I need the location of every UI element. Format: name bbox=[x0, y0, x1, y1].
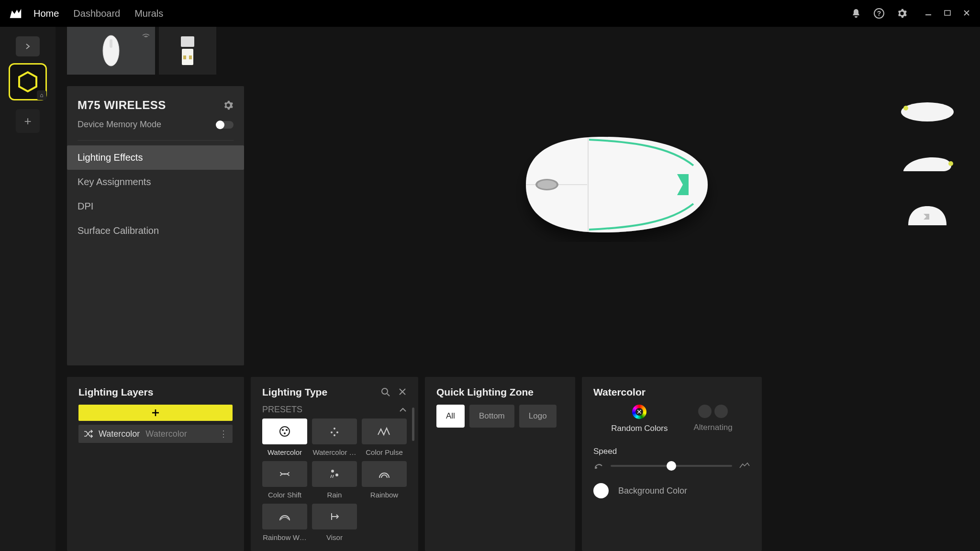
preset-color-shift[interactable] bbox=[262, 461, 307, 487]
svg-point-27 bbox=[335, 474, 338, 476]
svg-rect-11 bbox=[189, 55, 192, 59]
scrollbar[interactable] bbox=[412, 408, 414, 441]
svg-point-14 bbox=[901, 102, 954, 121]
device-viewer bbox=[244, 75, 980, 365]
presets-label: PRESETS bbox=[262, 405, 302, 415]
svg-rect-3 bbox=[945, 11, 950, 15]
sidebar-rail: ⌂ + bbox=[0, 27, 56, 551]
help-icon[interactable]: ? bbox=[874, 8, 884, 19]
preset-rain[interactable] bbox=[312, 461, 357, 487]
svg-point-23 bbox=[331, 431, 333, 433]
svg-marker-4 bbox=[19, 72, 36, 91]
preset-rainbow[interactable] bbox=[362, 461, 407, 487]
device-thumbnails bbox=[56, 27, 980, 75]
layer-effect: Watercolor bbox=[145, 429, 187, 439]
background-color-label: Background Color bbox=[618, 486, 687, 496]
svg-point-19 bbox=[282, 429, 284, 431]
titlebar: Home Dashboard Murals ? bbox=[0, 0, 980, 27]
svg-point-22 bbox=[334, 428, 335, 430]
effect-title: Watercolor bbox=[593, 386, 646, 398]
zone-title: Quick Lighting Zone bbox=[436, 386, 534, 398]
svg-point-21 bbox=[284, 432, 286, 434]
nav-murals[interactable]: Murals bbox=[134, 8, 163, 19]
zone-bottom-button[interactable]: Bottom bbox=[469, 405, 514, 428]
svg-point-16 bbox=[948, 161, 953, 166]
svg-point-24 bbox=[336, 431, 338, 433]
svg-point-28 bbox=[595, 467, 597, 469]
layers-title: Lighting Layers bbox=[78, 386, 153, 398]
nav: Home Dashboard Murals bbox=[33, 8, 163, 19]
preset-color-pulse[interactable] bbox=[362, 419, 407, 444]
settings-icon[interactable] bbox=[897, 8, 907, 19]
layer-name: Watercolor bbox=[99, 429, 140, 439]
svg-point-15 bbox=[903, 106, 908, 110]
nav-home[interactable]: Home bbox=[33, 8, 59, 19]
svg-point-26 bbox=[331, 470, 334, 473]
view-angle-3[interactable] bbox=[894, 199, 961, 232]
search-icon[interactable] bbox=[381, 387, 390, 397]
device-title: M75 WIRELESS bbox=[78, 99, 166, 112]
add-profile-button[interactable]: + bbox=[16, 109, 40, 133]
memory-mode-toggle[interactable] bbox=[216, 121, 234, 129]
svg-rect-2 bbox=[925, 14, 931, 15]
svg-text:?: ? bbox=[877, 10, 881, 17]
speed-slider[interactable] bbox=[611, 465, 732, 467]
wireless-icon bbox=[142, 31, 150, 37]
home-badge-icon: ⌂ bbox=[37, 90, 46, 100]
memory-mode-label: Device Memory Mode bbox=[78, 120, 161, 130]
layer-menu-button[interactable]: ⋮ bbox=[219, 429, 228, 439]
svg-point-20 bbox=[286, 429, 288, 431]
zone-all-button[interactable]: All bbox=[436, 405, 465, 428]
lighting-type-panel: Lighting Type PRESETS Watercolor Waterco… bbox=[251, 377, 418, 551]
quick-lighting-zone-panel: Quick Lighting Zone All Bottom Logo bbox=[425, 377, 575, 551]
preset-rainbow-wave[interactable] bbox=[262, 504, 307, 529]
preset-watercolor-2[interactable] bbox=[312, 419, 357, 444]
preset-visor[interactable] bbox=[312, 504, 357, 529]
app-logo bbox=[9, 8, 22, 19]
device-panel: M75 WIRELESS Device Memory Mode Lighting… bbox=[67, 86, 244, 365]
device-settings-button[interactable] bbox=[223, 100, 234, 110]
mouse-top-view bbox=[497, 122, 727, 247]
svg-point-25 bbox=[334, 434, 335, 436]
close-icon[interactable] bbox=[398, 387, 407, 397]
menu-dpi[interactable]: DPI bbox=[67, 194, 244, 219]
shuffle-icon bbox=[83, 430, 93, 438]
window-controls bbox=[924, 9, 971, 18]
effect-settings-panel: Watercolor ✕ Random Colors Alternating bbox=[582, 377, 762, 551]
slow-icon bbox=[593, 462, 604, 470]
device-thumb-dongle[interactable] bbox=[159, 27, 216, 75]
alternating-option[interactable]: Alternating bbox=[693, 405, 732, 433]
view-angle-thumbs bbox=[894, 94, 961, 232]
view-angle-2[interactable] bbox=[894, 146, 961, 180]
lighting-layers-panel: Lighting Layers Watercolor Watercolor ⋮ bbox=[67, 377, 244, 551]
layer-row[interactable]: Watercolor Watercolor ⋮ bbox=[78, 425, 233, 443]
type-title: Lighting Type bbox=[262, 386, 327, 398]
speed-label: Speed bbox=[593, 447, 750, 456]
menu-key-assignments[interactable]: Key Assignments bbox=[67, 170, 244, 194]
minimize-button[interactable] bbox=[924, 9, 933, 18]
zone-logo-button[interactable]: Logo bbox=[519, 405, 557, 428]
nav-dashboard[interactable]: Dashboard bbox=[73, 8, 120, 19]
svg-rect-6 bbox=[110, 39, 112, 48]
chevron-up-icon[interactable] bbox=[399, 407, 407, 413]
rail-expand-button[interactable] bbox=[16, 36, 40, 56]
svg-point-13 bbox=[537, 180, 557, 189]
profile-button[interactable]: ⌂ bbox=[9, 63, 47, 100]
shuffle-icon: ✕ bbox=[636, 408, 642, 416]
fast-icon bbox=[739, 462, 750, 470]
device-thumb-mouse[interactable] bbox=[67, 27, 155, 75]
bell-icon[interactable] bbox=[851, 8, 861, 19]
close-button[interactable] bbox=[963, 9, 971, 18]
maximize-button[interactable] bbox=[944, 9, 952, 18]
menu-lighting-effects[interactable]: Lighting Effects bbox=[67, 145, 244, 170]
menu-surface-calibration[interactable]: Surface Calibration bbox=[67, 219, 244, 243]
add-layer-button[interactable] bbox=[78, 405, 233, 421]
svg-point-18 bbox=[280, 427, 290, 436]
random-colors-option[interactable]: ✕ Random Colors bbox=[611, 405, 668, 433]
svg-point-17 bbox=[382, 388, 388, 394]
background-color-swatch[interactable] bbox=[593, 483, 609, 498]
svg-rect-8 bbox=[181, 36, 194, 47]
preset-watercolor[interactable] bbox=[262, 419, 307, 444]
svg-rect-10 bbox=[183, 55, 186, 59]
view-angle-1[interactable] bbox=[894, 94, 961, 127]
